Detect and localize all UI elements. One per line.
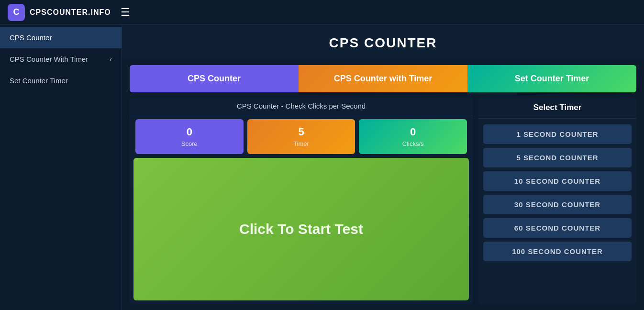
timer-btn-1s[interactable]: 1 SECOND COUNTER <box>483 124 632 144</box>
nav-btn-cps-timer[interactable]: CPS Counter with Timer <box>299 65 467 92</box>
left-panel: CPS Counter - Check Clicks per Second 0 … <box>130 97 473 304</box>
timer-box: 5 Timer <box>247 119 355 154</box>
sidebar-item-cps-counter-with-timer[interactable]: CPS Counter With Timer ‹ <box>0 48 122 70</box>
sidebar-item-label: Set Counter Timer <box>10 77 68 85</box>
timer-btn-100s[interactable]: 100 SECOND COUNTER <box>483 242 632 261</box>
page-title-bar: CPS COUNTER <box>122 25 644 59</box>
page-title: CPS COUNTER <box>122 35 644 51</box>
nav-btn-set-timer[interactable]: Set Counter Timer <box>467 65 636 92</box>
timer-btn-10s[interactable]: 10 SECOND COUNTER <box>483 171 632 191</box>
stats-title: CPS Counter - Check Clicks per Second <box>130 97 473 115</box>
stats-row: 0 Score 5 Timer 0 Clicks/s <box>133 119 469 154</box>
logo-icon: C <box>8 4 25 21</box>
score-value: 0 <box>140 126 239 138</box>
layout: CPS Counter CPS Counter With Timer ‹ Set… <box>0 25 644 310</box>
sidebar-item-label: CPS Counter <box>10 33 52 42</box>
clicks-value: 0 <box>364 126 462 138</box>
main-content: CPS COUNTER CPS Counter CPS Counter with… <box>122 25 644 310</box>
nav-btn-cps-counter[interactable]: CPS Counter <box>130 65 299 92</box>
logo-text: CPSCOUNTER.INFO <box>30 8 111 17</box>
timer-buttons: 1 SECOND COUNTER 5 SECOND COUNTER 10 SEC… <box>478 119 636 267</box>
clicks-box: 0 Clicks/s <box>359 119 467 154</box>
sidebar-item-label: CPS Counter With Timer <box>10 55 88 63</box>
timer-label: Timer <box>252 140 351 147</box>
hamburger-icon[interactable]: ☰ <box>121 6 130 19</box>
timer-btn-30s[interactable]: 30 SECOND COUNTER <box>483 195 632 214</box>
score-box: 0 Score <box>135 119 244 154</box>
chevron-right-icon: ‹ <box>110 55 112 63</box>
sidebar-item-set-counter-timer[interactable]: Set Counter Timer <box>0 70 122 91</box>
score-label: Score <box>140 140 239 147</box>
nav-buttons: CPS Counter CPS Counter with Timer Set C… <box>130 65 636 92</box>
sidebar-item-cps-counter[interactable]: CPS Counter <box>0 27 122 48</box>
sidebar: CPS Counter CPS Counter With Timer ‹ Set… <box>0 25 122 310</box>
timer-btn-5s[interactable]: 5 SECOND COUNTER <box>483 148 632 167</box>
select-timer-title: Select Timer <box>478 97 636 119</box>
timer-btn-60s[interactable]: 60 SECOND COUNTER <box>483 218 632 238</box>
click-area[interactable]: Click To Start Test <box>133 158 469 300</box>
right-panel: Select Timer 1 SECOND COUNTER 5 SECOND C… <box>478 97 636 304</box>
logo: C CPSCOUNTER.INFO <box>8 4 111 21</box>
content-area: CPS Counter - Check Clicks per Second 0 … <box>130 97 636 304</box>
clicks-label: Clicks/s <box>364 140 462 147</box>
click-area-text: Click To Start Test <box>239 221 363 237</box>
navbar: C CPSCOUNTER.INFO ☰ <box>0 0 644 25</box>
timer-value: 5 <box>252 126 351 138</box>
